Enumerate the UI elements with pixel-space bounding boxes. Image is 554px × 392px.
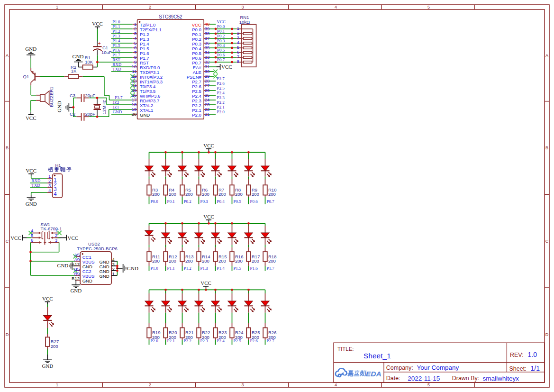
svg-text:Sheet_1: Sheet_1: [363, 352, 391, 360]
svg-text:P1.4: P1.4: [217, 266, 225, 271]
svg-text:4: 4: [48, 188, 51, 193]
svg-text:GND: GND: [100, 273, 109, 279]
svg-text:P0.0: P0.0: [217, 24, 225, 29]
svg-text:P0.5: P0.5: [234, 199, 242, 204]
svg-text:VCC: VCC: [221, 64, 232, 70]
svg-text:4: 4: [335, 5, 337, 9]
svg-text:RXD: RXD: [112, 62, 122, 67]
svg-text:Q1: Q1: [23, 74, 29, 79]
svg-text:VCC: VCC: [10, 235, 21, 241]
svg-text:VCC: VCC: [26, 115, 36, 121]
svg-text:JZ2: JZ2: [113, 100, 119, 105]
svg-text:P2.5: P2.5: [234, 338, 242, 343]
svg-text:200: 200: [252, 258, 259, 264]
svg-text:P0.5: P0.5: [217, 48, 225, 53]
svg-text:P2.3: P2.3: [200, 338, 209, 343]
svg-text:5: 5: [427, 5, 430, 9]
svg-text:H1: H1: [55, 163, 61, 168]
svg-text:TYPEC-250D-BCP6: TYPEC-250D-BCP6: [77, 246, 118, 251]
svg-text:P1.5: P1.5: [234, 266, 242, 271]
svg-text:GND: GND: [70, 288, 82, 293]
svg-text:JZ1: JZ1: [113, 105, 119, 109]
svg-text:STC89C52: STC89C52: [159, 14, 182, 19]
svg-text:P2.7: P2.7: [217, 76, 225, 81]
svg-text:GND: GND: [56, 101, 62, 112]
svg-text:P0.3: P0.3: [200, 199, 209, 204]
svg-text:21: 21: [205, 111, 210, 117]
svg-text:P1.1: P1.1: [167, 266, 175, 271]
svg-text:P2.0: P2.0: [151, 338, 159, 343]
svg-text:1: 1: [56, 5, 58, 9]
svg-text:20: 20: [132, 111, 137, 117]
svg-text:P3.7: P3.7: [115, 95, 123, 100]
svg-text:VCC: VCC: [26, 168, 36, 173]
svg-text:D: D: [6, 332, 9, 337]
svg-text:VCC: VCC: [200, 280, 211, 286]
svg-text:GND: GND: [140, 112, 150, 118]
svg-text:B12: B12: [72, 276, 80, 281]
svg-text:P1.6: P1.6: [250, 266, 258, 271]
svg-text:200: 200: [51, 344, 58, 349]
svg-text:D: D: [545, 332, 549, 337]
svg-text:200: 200: [235, 191, 243, 197]
svg-text:1.0: 1.0: [528, 351, 537, 358]
svg-text:6: 6: [31, 237, 33, 243]
svg-text:TXD: TXD: [31, 183, 40, 188]
svg-text:P2.0: P2.0: [217, 109, 225, 114]
svg-text:P1.0: P1.0: [112, 19, 120, 24]
svg-text:10kΩ: 10kΩ: [239, 19, 250, 25]
svg-text:P1.3: P1.3: [112, 34, 120, 38]
svg-text:TK-6709-1: TK-6709-1: [41, 226, 62, 231]
svg-text:+: +: [98, 41, 101, 46]
svg-text:200: 200: [268, 191, 276, 197]
svg-text:GND: GND: [57, 263, 68, 268]
svg-text:GND: GND: [127, 265, 138, 271]
svg-text:P1.7: P1.7: [267, 266, 275, 271]
svg-text:GND: GND: [25, 46, 36, 52]
svg-text:P2.2: P2.2: [217, 100, 225, 105]
svg-text:P0.2: P0.2: [217, 34, 225, 38]
svg-text:VCC: VCC: [42, 296, 53, 301]
svg-text:2022-11-15: 2022-11-15: [408, 375, 440, 382]
svg-text:200: 200: [152, 258, 160, 264]
svg-text:200: 200: [235, 258, 243, 264]
svg-text:2: 2: [149, 5, 151, 9]
svg-text:GND: GND: [113, 109, 122, 114]
svg-text:P2.4: P2.4: [217, 91, 225, 95]
svg-text:P1.2: P1.2: [184, 266, 191, 271]
svg-text:P1.3: P1.3: [200, 266, 209, 271]
svg-text:1/1: 1/1: [531, 365, 540, 372]
svg-text:4: 4: [335, 383, 337, 387]
svg-text:P2.6: P2.6: [217, 81, 225, 86]
svg-text:P1.5: P1.5: [112, 43, 120, 48]
svg-text:C: C: [6, 239, 9, 244]
svg-text:P0.3: P0.3: [217, 38, 225, 43]
svg-text:1K: 1K: [71, 68, 77, 73]
svg-text:P1.0: P1.0: [151, 266, 159, 271]
svg-text:P0.0: P0.0: [151, 199, 159, 204]
svg-text:200: 200: [252, 191, 259, 197]
svg-text:P0.1: P0.1: [167, 199, 175, 204]
svg-text:P0.7: P0.7: [217, 57, 225, 62]
svg-text:GND: GND: [26, 201, 37, 207]
svg-text:VCC: VCC: [203, 214, 214, 219]
svg-text:P0.6: P0.6: [250, 199, 258, 204]
svg-text:12MHz: 12MHz: [101, 100, 107, 114]
svg-text:10K: 10K: [85, 59, 93, 64]
svg-text:RXD: RXD: [31, 178, 41, 183]
svg-text:GND: GND: [82, 278, 92, 283]
svg-text:B: B: [6, 146, 9, 150]
svg-text:P2.1: P2.1: [167, 338, 175, 343]
svg-text:3: 3: [55, 237, 57, 243]
svg-text:3: 3: [241, 5, 244, 9]
svg-text:P1.2: P1.2: [112, 29, 120, 34]
svg-text:REV:: REV:: [510, 352, 524, 358]
svg-text:P1.7: P1.7: [112, 53, 120, 57]
svg-text:C2: C2: [70, 111, 75, 117]
svg-text:EDA: EDA: [366, 370, 381, 378]
svg-text:Sheet:: Sheet:: [509, 365, 527, 372]
svg-text:TITLE:: TITLE:: [337, 346, 354, 352]
svg-text:3: 3: [241, 383, 244, 387]
svg-text:TXD: TXD: [112, 67, 121, 72]
svg-text:P2.2: P2.2: [184, 338, 191, 343]
